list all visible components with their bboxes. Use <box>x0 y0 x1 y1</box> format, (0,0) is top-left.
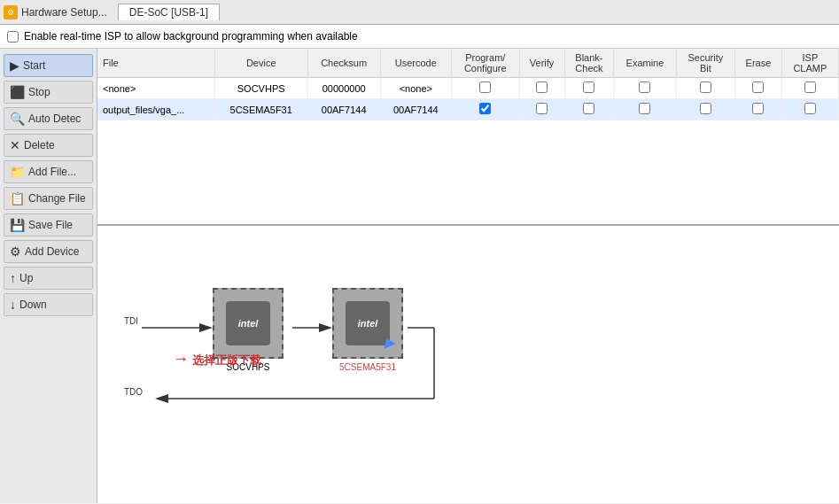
svg-marker-1 <box>199 323 213 332</box>
start-icon: ▶ <box>10 58 19 73</box>
device-cell-1: SOCVHPS <box>214 78 307 99</box>
col-file: File <box>97 49 214 78</box>
add-device-icon: ⚙ <box>10 244 21 259</box>
security-bit-cell-2[interactable] <box>676 99 735 120</box>
delete-icon: ✕ <box>10 138 20 152</box>
devices-table: File Device Checksum Usercode Program/Co… <box>97 49 839 120</box>
program-cell-1[interactable] <box>452 78 520 99</box>
usercode-cell-1: <none> <box>380 78 451 99</box>
blank-check-checkbox-1[interactable] <box>583 81 594 93</box>
program-checkbox-1[interactable] <box>479 81 491 93</box>
col-checksum: Checksum <box>307 49 380 78</box>
stop-button[interactable]: ⬛ Stop <box>4 81 93 104</box>
isp-clamp-checkbox-1[interactable] <box>804 81 816 93</box>
change-file-label: Change File <box>28 192 86 205</box>
blank-check-cell-1[interactable] <box>564 78 614 99</box>
examine-checkbox-1[interactable] <box>639 81 650 93</box>
change-file-icon: 📋 <box>10 191 25 205</box>
add-file-button[interactable]: 📁 Add File... <box>4 160 93 183</box>
change-file-button[interactable]: 📋 Change File <box>4 187 93 210</box>
erase-cell-2[interactable] <box>735 99 782 120</box>
auto-detect-button[interactable]: 🔍 Auto Detec <box>4 107 93 130</box>
security-bit-checkbox-1[interactable] <box>700 81 711 93</box>
diagram-area: TDI intel SOCVHPS intel ▶ <box>97 226 839 503</box>
save-file-button[interactable]: 💾 Save File <box>4 213 93 236</box>
stop-label: Stop <box>28 86 50 98</box>
svg-marker-3 <box>319 323 332 332</box>
save-file-icon: 💾 <box>10 218 25 232</box>
svg-marker-7 <box>155 394 168 403</box>
app-icon: ⚙ <box>4 5 18 19</box>
erase-checkbox-2[interactable] <box>752 103 764 114</box>
chinese-text: 选择正版下载 <box>192 353 261 367</box>
col-device: Device <box>214 49 307 78</box>
chip-5csema5f31: intel ▶ 5CSEMA5F31 <box>332 288 403 372</box>
col-isp-clamp: ISPCLAMP <box>781 49 838 78</box>
program-cell-2[interactable] <box>452 99 520 120</box>
up-label: Up <box>19 272 33 284</box>
usercode-cell-2: 00AF7144 <box>380 99 451 120</box>
chip-5csema5f31-body: intel ▶ <box>332 288 403 359</box>
isp-label: Enable real-time ISP to allow background… <box>24 30 358 43</box>
erase-cell-1[interactable] <box>735 78 782 99</box>
col-usercode: Usercode <box>380 49 451 78</box>
blank-check-checkbox-2[interactable] <box>583 103 594 114</box>
auto-detect-icon: 🔍 <box>10 112 25 126</box>
col-erase: Erase <box>735 49 782 78</box>
examine-cell-2[interactable] <box>614 99 676 120</box>
erase-checkbox-1[interactable] <box>752 81 764 93</box>
checksum-cell-1: 00000000 <box>307 78 380 99</box>
isp-row: Enable real-time ISP to allow background… <box>0 25 839 49</box>
delete-button[interactable]: ✕ Delete <box>4 134 93 157</box>
examine-cell-1[interactable] <box>614 78 676 99</box>
tdi-label: TDI <box>124 316 138 326</box>
chip-5csema5f31-label: 5CSEMA5F31 <box>339 362 396 372</box>
intel-logo-2: intel ▶ <box>346 301 390 345</box>
tab-device[interactable]: DE-SoC [USB-1] <box>118 4 220 20</box>
stop-icon: ⬛ <box>10 85 25 99</box>
table-row: <none> SOCVHPS 00000000 <none> <box>97 78 839 99</box>
col-examine: Examine <box>614 49 676 78</box>
add-device-button[interactable]: ⚙ Add Device <box>4 240 93 263</box>
chinese-annotation: → 选择正版下载 <box>173 350 261 368</box>
isp-clamp-checkbox-2[interactable] <box>804 103 816 114</box>
security-bit-cell-1[interactable] <box>676 78 735 99</box>
tdo-label: TDO <box>124 387 143 397</box>
down-button[interactable]: ↓ Down <box>4 293 93 316</box>
col-security-bit: SecurityBit <box>676 49 735 78</box>
start-button[interactable]: ▶ Start <box>4 54 93 77</box>
sidebar: ▶ Start ⬛ Stop 🔍 Auto Detec ✕ Delete 📁 A… <box>0 49 97 503</box>
intel-logo-1: intel <box>226 301 270 345</box>
checksum-cell-2: 00AF7144 <box>307 99 380 120</box>
diagram-canvas: TDI intel SOCVHPS intel ▶ <box>115 244 821 485</box>
verify-cell-2[interactable] <box>519 99 564 120</box>
security-bit-checkbox-2[interactable] <box>700 103 711 114</box>
app-title: Hardware Setup... <box>21 6 107 19</box>
examine-checkbox-2[interactable] <box>639 103 650 114</box>
isp-clamp-cell-1[interactable] <box>781 78 838 99</box>
up-button[interactable]: ↑ Up <box>4 267 93 290</box>
verify-checkbox-1[interactable] <box>536 81 548 93</box>
up-icon: ↑ <box>10 271 16 285</box>
file-cell-1: <none> <box>97 78 214 99</box>
table-header-row: File Device Checksum Usercode Program/Co… <box>97 49 839 78</box>
chip-socvhps-body: intel <box>213 288 284 359</box>
main-layout: ▶ Start ⬛ Stop 🔍 Auto Detec ✕ Delete 📁 A… <box>0 49 839 503</box>
verify-checkbox-2[interactable] <box>536 103 548 114</box>
down-label: Down <box>19 299 47 311</box>
isp-checkbox[interactable] <box>7 31 19 43</box>
start-label: Start <box>23 59 45 72</box>
table-row: output_files/vga_... 5CSEMA5F31 00AF7144… <box>97 99 839 120</box>
verify-cell-1[interactable] <box>519 78 564 99</box>
table-area: File Device Checksum Usercode Program/Co… <box>97 49 839 226</box>
file-cell-2: output_files/vga_... <box>97 99 214 120</box>
col-blank-check: Blank-Check <box>564 49 614 78</box>
blank-check-cell-2[interactable] <box>564 99 614 120</box>
title-bar: ⚙ Hardware Setup... DE-SoC [USB-1] <box>0 0 839 25</box>
program-checkbox-2[interactable] <box>479 103 491 114</box>
isp-clamp-cell-2[interactable] <box>781 99 838 120</box>
delete-label: Delete <box>24 139 55 151</box>
col-program: Program/Configure <box>452 49 520 78</box>
add-file-label: Add File... <box>28 166 76 178</box>
auto-detect-label: Auto Detec <box>28 112 81 125</box>
